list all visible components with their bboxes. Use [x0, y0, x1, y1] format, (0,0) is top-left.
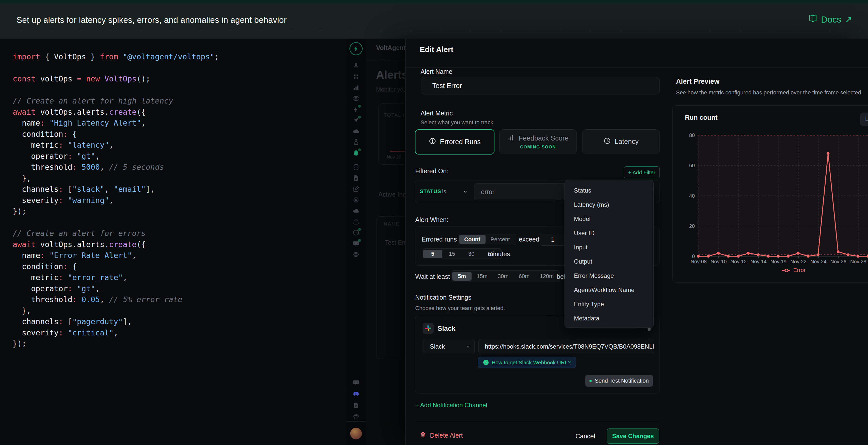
external-arrow-icon: ↗: [845, 14, 852, 25]
page-title: Set up alerts for latency spikes, errors…: [17, 15, 287, 25]
cpu-chip2-icon[interactable]: [352, 196, 360, 204]
segment-Count[interactable]: Count: [459, 235, 486, 244]
notification-settings-hint: Choose how your team gets alerted.: [415, 305, 505, 312]
exceeds-label: exceeds: [519, 236, 542, 243]
dropdown-item-output[interactable]: Output: [565, 254, 653, 269]
metric-option-label: Feedback Score: [519, 134, 568, 142]
segment-5m[interactable]: 5m: [452, 272, 472, 281]
add-notification-channel-link[interactable]: + Add Notification Channel: [415, 402, 487, 409]
bg-section-label: Active Incid: [378, 191, 405, 198]
threshold-input[interactable]: 1: [540, 234, 566, 246]
webhook-help-pill[interactable]: i How to get Slack Webhook URL?: [478, 357, 576, 368]
slack-card-title: Slack: [438, 325, 456, 333]
dropdown-item-input[interactable]: Input: [565, 240, 653, 254]
dropdown-item-model[interactable]: Model: [565, 212, 653, 226]
chat-icon[interactable]: [352, 240, 360, 247]
channel-type-select[interactable]: Slack: [423, 339, 475, 354]
database-icon[interactable]: [352, 163, 360, 171]
gift-icon[interactable]: [352, 413, 360, 421]
comment-icon[interactable]: [352, 379, 360, 386]
count-percent-toggle[interactable]: CountPercent: [458, 234, 516, 245]
svg-text:40: 40: [689, 193, 695, 199]
bg-app-name: VoltAgent: [376, 44, 405, 52]
lightning-icon[interactable]: [352, 106, 360, 113]
svg-text:Nov 28: Nov 28: [850, 259, 866, 264]
book-icon: [808, 14, 817, 25]
alert-name-label: Alert Name: [421, 68, 452, 75]
svg-text:Nov 14: Nov 14: [750, 259, 767, 264]
apps-grid-icon[interactable]: [352, 73, 360, 80]
wait-duration-toggle[interactable]: 5m15m30m60m120m: [451, 270, 560, 282]
minutes-label: minutes.: [488, 250, 512, 258]
time-range-button[interactable]: Las: [860, 113, 868, 126]
voltagent-logo-icon[interactable]: [349, 42, 363, 55]
filter-value: error: [474, 188, 494, 196]
alert-metric-label: Alert Metric: [421, 110, 453, 117]
cloud-icon[interactable]: [352, 127, 360, 135]
segment-15m[interactable]: 15m: [472, 272, 493, 281]
send-icon[interactable]: [352, 116, 360, 124]
gear-icon[interactable]: [352, 251, 360, 258]
segment-Percent[interactable]: Percent: [486, 235, 515, 244]
svg-text:Nov 24: Nov 24: [810, 259, 826, 264]
dropdown-item-status[interactable]: Status: [565, 183, 653, 198]
filter-field[interactable]: STATUS: [420, 188, 441, 194]
clock-icon[interactable]: [352, 229, 360, 236]
dropdown-item-user-id[interactable]: User ID: [565, 226, 653, 240]
webhook-url-input[interactable]: https://hooks.slack.com/services/T08N9EQ…: [478, 339, 654, 354]
bg-stat-card: TOTAL INC Nov 30: [378, 103, 405, 165]
flask-icon[interactable]: [352, 138, 360, 146]
cloud2-icon[interactable]: [352, 207, 360, 215]
bg-date-label: Nov 30: [387, 155, 401, 160]
alert-name-input[interactable]: Test Error: [421, 77, 660, 94]
segment-30[interactable]: 30: [462, 250, 481, 258]
segment-60m[interactable]: 60m: [514, 272, 535, 281]
dropdown-item-error-message[interactable]: Error Message: [565, 269, 653, 283]
cancel-button[interactable]: Cancel: [576, 433, 595, 440]
chevron-down-icon[interactable]: [462, 189, 468, 195]
cpu-chip-icon[interactable]: [352, 95, 360, 102]
segment-15[interactable]: 15: [442, 250, 462, 258]
dropdown-item-latency-ms-[interactable]: Latency (ms): [565, 198, 653, 212]
segment-120m[interactable]: 120m: [534, 272, 559, 281]
rocket-icon[interactable]: [352, 62, 360, 70]
user-avatar[interactable]: [350, 428, 362, 439]
save-changes-button[interactable]: Save Changes: [607, 429, 659, 444]
document-icon[interactable]: [352, 174, 360, 182]
upload-icon[interactable]: [352, 218, 360, 226]
alert-when-label: Alert When:: [415, 216, 448, 224]
add-filter-button[interactable]: + Add Filter: [624, 166, 660, 178]
discord-icon[interactable]: [352, 390, 360, 398]
dropdown-item-entity-type[interactable]: Entity Type: [565, 297, 653, 311]
metric-option-latency[interactable]: Latency: [582, 129, 660, 154]
document2-icon[interactable]: [352, 402, 360, 409]
status-dot: [358, 148, 361, 151]
send-test-label: Send Test Notification: [595, 378, 649, 384]
svg-text:Nov 22: Nov 22: [790, 259, 806, 264]
metric-option-feedback-score[interactable]: Feedback Score COMING SOON: [499, 129, 577, 154]
metric-option-errored-runs[interactable]: Errored Runs: [415, 129, 494, 155]
bg-chart-line: [390, 151, 405, 152]
svg-text:Nov 08: Nov 08: [690, 259, 707, 264]
notification-settings-label: Notification Settings: [415, 294, 471, 301]
dropdown-item-metadata[interactable]: Metadata: [565, 311, 653, 326]
code-content: import { VoltOps } from "@voltagent/volt…: [0, 39, 346, 349]
status-dot: [358, 239, 361, 242]
send-test-notification-button[interactable]: Send Test Notification: [585, 375, 653, 387]
top-banner: Set up alerts for latency spikes, errors…: [0, 0, 868, 39]
delete-alert-button[interactable]: Delete Alert: [420, 431, 463, 440]
threshold-value: 1: [551, 236, 554, 243]
segment-30m[interactable]: 30m: [493, 272, 514, 281]
channel-type-value: Slack: [423, 343, 445, 350]
alert-circle-icon: [429, 137, 436, 147]
docs-link[interactable]: Docs ↗: [808, 14, 852, 25]
status-dot: [358, 105, 361, 108]
edit-icon[interactable]: [352, 185, 360, 193]
segment-5[interactable]: 5: [423, 250, 442, 258]
bar-chart-icon[interactable]: [352, 84, 360, 91]
background-page: VoltAgent Alerts Monitor your TOTAL INC …: [366, 39, 405, 445]
dropdown-item-agent-workflow-name[interactable]: Agent/Workflow Name: [565, 283, 653, 297]
bell-icon[interactable]: [352, 149, 360, 157]
filter-operator[interactable]: is: [442, 188, 446, 195]
trash-icon: [420, 431, 426, 440]
